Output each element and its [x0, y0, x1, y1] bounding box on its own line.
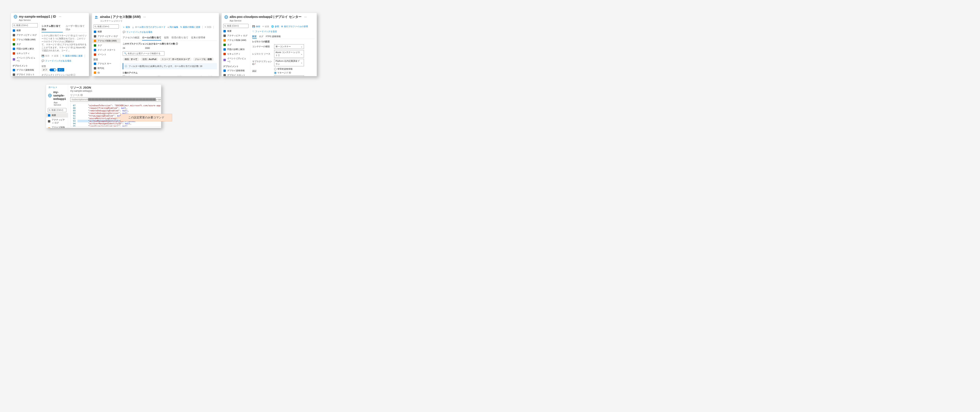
profile-button[interactable]: ⚙発行プロファイルの管理	[281, 25, 308, 28]
svg-point-41	[224, 25, 226, 26]
tab-deny[interactable]: 拒否の割り当て	[172, 35, 188, 41]
sidebar-search[interactable]: 検索 (Ctrl+/)	[13, 23, 38, 27]
panel1-title: my-sample-webapp1 | ID	[19, 15, 56, 19]
feedback-button[interactable]: ♡フィードバックを送信	[252, 30, 277, 33]
sidebar-item[interactable]: タグ	[222, 43, 250, 47]
sidebar-item[interactable]: デプロイ スロット	[11, 72, 39, 76]
delete-icon: ✕	[205, 26, 206, 29]
filter-chip[interactable]: 役割 : AcrPull	[140, 57, 158, 61]
sidebar-item[interactable]: 暗号化	[92, 66, 121, 70]
save-button[interactable]: 💾保存	[252, 25, 260, 28]
sidebar-item[interactable]: クイック スタート	[92, 48, 121, 52]
sidebar-search[interactable]: 検索 (Ctrl+/)	[94, 24, 119, 29]
sidebar-item[interactable]: デプロイ資格情報	[11, 68, 39, 72]
menu-item-icon	[13, 69, 15, 71]
select-all-checkbox[interactable]	[123, 76, 125, 76]
sidebar-item[interactable]: 概要	[46, 113, 68, 117]
tab-ftps[interactable]: FTPS 資格情報	[266, 35, 281, 39]
refresh-icon: ↻	[180, 26, 182, 29]
sidebar-item[interactable]: アクセス制御 (IAM)	[46, 125, 68, 128]
app-service-icon	[48, 94, 52, 97]
sidebar-item[interactable]: 問題の診断と解決	[222, 47, 250, 52]
svg-rect-44	[223, 35, 226, 37]
menu-item-icon	[94, 71, 96, 74]
sidebar-item[interactable]: 問題の診断と解決	[11, 46, 39, 51]
toggle-on-icon	[49, 68, 56, 71]
panel1-subtitle: App Service	[11, 19, 89, 22]
container-type-select[interactable]: 単一コンテナー⌄	[274, 44, 304, 49]
tab-role-assignments[interactable]: ロールの割り当て	[142, 35, 161, 41]
sidebar-item[interactable]: アクセス制御 (IAM)	[92, 38, 121, 43]
menu-item-icon	[94, 40, 96, 42]
sidebar-item[interactable]: アクセス キー	[92, 61, 121, 66]
sidebar-item[interactable]: セキュリティ	[222, 52, 250, 56]
sidebar-item[interactable]: セキュリティ	[11, 51, 39, 55]
columns-button[interactable]: ≡列の編集	[167, 25, 178, 29]
more-icon[interactable]: ⋯	[143, 16, 146, 19]
sidebar-item[interactable]: アクセス制御 (IAM)	[222, 38, 250, 43]
sidebar-group-deploy: デプロイメント	[11, 63, 39, 68]
tab-check-access[interactable]: アクセスの確認	[123, 35, 139, 41]
object-id-label: オブジェクト (プリンシパル) ID ⓘ	[41, 73, 87, 76]
more-icon[interactable]: ⋯	[59, 15, 61, 18]
auth-admin-radio[interactable]: 管理者資格情報	[274, 68, 293, 70]
sidebar-item[interactable]: アクティビティ ログ	[11, 33, 39, 37]
tab-logs[interactable]: ログ	[259, 35, 263, 39]
sidebar-item[interactable]: アクセス制御 (IAM)	[11, 37, 39, 42]
sidebar-item[interactable]: 概要	[11, 28, 39, 33]
menu-item-icon	[223, 69, 226, 72]
search-input[interactable]: 🔍名前または電子メールで検索する	[123, 51, 164, 56]
sidebar-group-settings: 設定	[92, 57, 121, 61]
feedback-button[interactable]: 💬フィードバックがある場合	[123, 30, 153, 33]
tab-user-assigned[interactable]: ユーザー割り当て済み	[65, 24, 87, 32]
sidebar-item[interactable]: ID	[92, 70, 121, 75]
sidebar-item[interactable]: 概要	[222, 29, 250, 33]
sidebar-search[interactable]: 検索 (Ctrl+/)	[48, 108, 67, 112]
add-button[interactable]: ＋追加	[123, 25, 130, 29]
refresh-button[interactable]: ↻最新の情報に更新	[63, 54, 83, 57]
annotation-callout: この設定変更のみ要コマンド	[121, 114, 172, 121]
refresh-button[interactable]: ↻最新の情報に更新	[180, 25, 200, 29]
sidebar-item[interactable]: イベント	[92, 52, 121, 57]
filter-info: ⓘフィルター処理された結果を表示しています。ロール割り当ての合計数: 18	[123, 63, 217, 69]
browse-button[interactable]: 🌐参照	[271, 25, 279, 28]
sidebar-item[interactable]: タグ	[11, 42, 39, 46]
more-icon[interactable]: ⋯	[304, 16, 307, 19]
browse-icon: 🌐	[271, 25, 274, 28]
sidebar-item[interactable]: イベント (プレビュー)	[222, 56, 250, 64]
command-bar: 💾保存 ✕破棄 🌐参照 ⚙発行プロファイルの管理 ♡フィードバックを送信	[252, 24, 315, 35]
tab-system-assigned[interactable]: システム割り当て済み	[41, 24, 63, 32]
sidebar-item[interactable]: デプロイ資格情報	[222, 68, 250, 73]
sidebar-item[interactable]: アクティビティ ログ	[46, 117, 68, 125]
json-subtitle: my-sample-webapp1	[70, 90, 161, 92]
subscription-select[interactable]: Platform 社内従量課金プラン⌄	[274, 59, 304, 66]
breadcrumb[interactable]: ホーム >	[46, 85, 68, 90]
identity-select[interactable]: システム割り当て⌄	[274, 76, 304, 76]
sidebar-item[interactable]: デプロイ スロット	[222, 73, 250, 76]
svg-point-62	[49, 109, 50, 111]
auth-managed-radio[interactable]: マネージド ID	[274, 71, 293, 74]
filter-chip[interactable]: スコープ : すべてのスコープ	[160, 57, 192, 61]
svg-rect-5	[13, 29, 15, 32]
sidebar-item[interactable]: タグ	[92, 43, 121, 48]
menu-item-icon	[94, 44, 96, 47]
menu-item-icon	[223, 74, 226, 76]
sidebar-item[interactable]: アクティビティ ログ	[222, 33, 250, 38]
tab-roles[interactable]: 役割	[164, 35, 169, 41]
svg-rect-12	[13, 69, 15, 71]
filter-chip[interactable]: グループ化 : 役割	[193, 57, 214, 61]
sidebar-item[interactable]: 概要	[92, 29, 121, 34]
tab-classic[interactable]: 従来の管理者	[191, 35, 205, 41]
sidebar-item[interactable]: アクティビティ ログ	[92, 34, 121, 38]
sidebar-item[interactable]: イベント (プレビュー)	[11, 55, 39, 63]
registry-source-select[interactable]: Azure コンテナー レジストリ⌄	[274, 50, 304, 57]
tab-settings[interactable]: 設定	[252, 35, 257, 39]
svg-rect-50	[223, 70, 226, 72]
feedback-button[interactable]: 💬フィードバックがある場合	[41, 59, 72, 62]
status-toggle[interactable]: オフ オン	[41, 68, 64, 71]
sidebar-item[interactable]: ネットワーク	[92, 75, 121, 76]
download-button[interactable]: ⭳ロール割り当てのダウンロード	[132, 25, 165, 29]
sidebar-search[interactable]: 検索 (Ctrl+/)	[223, 24, 248, 28]
search-icon	[224, 25, 226, 27]
filter-chip[interactable]: 種類 : すべて	[123, 57, 139, 61]
